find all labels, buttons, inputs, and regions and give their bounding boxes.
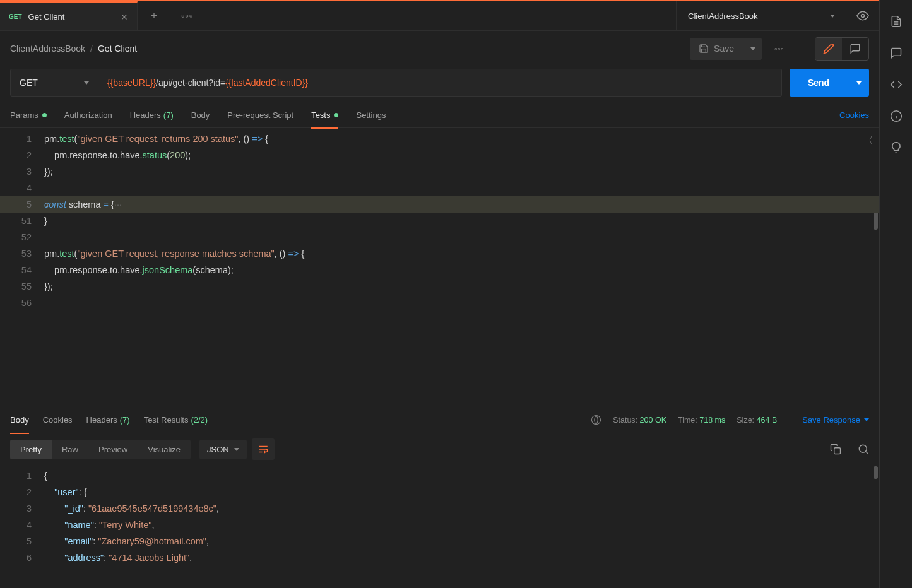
new-tab-button[interactable]: +: [138, 1, 170, 30]
editor-line[interactable]: 55});: [0, 278, 879, 295]
copy-icon[interactable]: [830, 444, 841, 455]
format-select[interactable]: JSON: [199, 440, 247, 459]
scrollbar-thumb[interactable]: [874, 466, 878, 479]
tab-more-icon[interactable]: ◦◦◦: [170, 1, 203, 30]
line-number: 55: [0, 278, 44, 295]
environment-quicklook-button[interactable]: [846, 1, 879, 30]
breadcrumb-collection[interactable]: ClientAddressBook: [10, 44, 85, 54]
tab-label: Get Client: [28, 12, 121, 21]
line-number: 54: [0, 262, 44, 278]
editor-line[interactable]: 56: [0, 295, 879, 311]
line-number: 4: [0, 517, 44, 533]
line-number: 52: [0, 229, 44, 245]
editor-line[interactable]: 52: [0, 229, 879, 245]
status-dot-icon: [334, 113, 338, 117]
url-row: GET {{baseURL}}/api/get-client?id={{last…: [0, 66, 879, 103]
lightbulb-icon[interactable]: [890, 141, 903, 154]
environment-select[interactable]: ClientAddressBook: [676, 1, 846, 30]
tab-tests[interactable]: Tests: [311, 103, 338, 128]
response-tabs: Body Cookies Headers(7) Test Results(2/2…: [0, 406, 879, 433]
editor-line[interactable]: 5 "email": "Zachary59@hotmail.com",: [0, 533, 879, 550]
svg-rect-5: [834, 448, 841, 454]
tests-editor[interactable]: 〈 1pm.test("given GET request, returns 2…: [0, 128, 879, 406]
editor-line[interactable]: ›5const schema = {···: [0, 196, 879, 213]
editor-line[interactable]: 1pm.test("given GET request, returns 200…: [0, 131, 879, 147]
view-visualize[interactable]: Visualize: [138, 440, 191, 459]
svg-point-0: [862, 15, 865, 18]
save-response-button[interactable]: Save Response: [802, 415, 869, 425]
chevron-down-icon: [84, 81, 89, 85]
view-mode-toggle: [815, 37, 869, 61]
line-number: 5: [0, 196, 44, 213]
line-number: 5: [0, 533, 44, 550]
editor-line[interactable]: 4 "name": "Terry White",: [0, 517, 879, 533]
editor-line[interactable]: 3 "_id": "61aae9545e547d5199434e8c",: [0, 500, 879, 517]
status-dot-icon: [42, 113, 47, 117]
view-preview[interactable]: Preview: [88, 440, 138, 459]
editor-line[interactable]: 2 pm.response.to.have.status(200);: [0, 147, 879, 163]
svg-line-7: [865, 451, 867, 453]
cookies-link[interactable]: Cookies: [839, 110, 869, 120]
search-icon[interactable]: [858, 444, 869, 455]
fold-arrow-icon[interactable]: ›: [45, 196, 49, 213]
line-number: 1: [0, 131, 44, 147]
line-number: 2: [0, 484, 44, 500]
tab-prerequest[interactable]: Pre-request Script: [227, 103, 293, 128]
line-number: 3: [0, 163, 44, 180]
tab-get-client[interactable]: GET Get Client ✕: [0, 1, 138, 30]
send-button[interactable]: Send: [790, 69, 848, 97]
close-icon[interactable]: ✕: [121, 12, 128, 22]
build-mode-button[interactable]: [815, 38, 842, 60]
editor-line[interactable]: 53pm.test("given GET request, response m…: [0, 245, 879, 262]
comments-icon[interactable]: [890, 47, 903, 59]
line-number: 1: [0, 467, 44, 484]
save-icon: [699, 44, 709, 54]
tab-settings[interactable]: Settings: [356, 103, 386, 128]
editor-line[interactable]: 51}: [0, 213, 879, 229]
url-input[interactable]: {{baseURL}}/api/get-client?id={{lastAdde…: [98, 69, 782, 97]
more-actions-button[interactable]: ◦◦◦: [768, 38, 790, 60]
editor-line[interactable]: 2 "user": {: [0, 484, 879, 500]
view-segment: Pretty Raw Preview Visualize: [10, 440, 191, 459]
code-icon[interactable]: [890, 78, 903, 91]
tab-authorization[interactable]: Authorization: [64, 103, 112, 128]
editor-line[interactable]: 4: [0, 180, 879, 196]
resp-tab-test-results[interactable]: Test Results(2/2): [144, 406, 208, 434]
tab-body[interactable]: Body: [191, 103, 210, 128]
globe-icon[interactable]: [591, 415, 601, 425]
save-dropdown-button[interactable]: [743, 38, 762, 60]
wrap-lines-button[interactable]: [252, 438, 275, 460]
eye-icon: [856, 9, 869, 22]
comment-mode-button[interactable]: [842, 38, 868, 60]
svg-point-6: [859, 445, 867, 452]
collapse-sidebar-icon[interactable]: 〈: [864, 132, 873, 148]
editor-line[interactable]: 54 pm.response.to.have.jsonSchema(schema…: [0, 262, 879, 278]
info-icon[interactable]: [890, 110, 903, 122]
request-tabs: Params Authorization Headers(7) Body Pre…: [0, 103, 879, 128]
line-number: 2: [0, 147, 44, 163]
save-button[interactable]: Save: [690, 38, 743, 60]
chevron-down-icon: [830, 15, 835, 18]
right-sidebar: [879, 0, 912, 588]
chevron-down-icon: [234, 448, 239, 451]
line-number: 4: [0, 180, 44, 196]
documentation-icon[interactable]: [890, 15, 903, 28]
editor-line[interactable]: 6 "address": "4714 Jacobs Light",: [0, 550, 879, 566]
resp-tab-headers[interactable]: Headers(7): [86, 406, 130, 434]
tab-headers[interactable]: Headers(7): [130, 103, 174, 128]
editor-line[interactable]: 1{: [0, 467, 879, 484]
line-number: 53: [0, 245, 44, 262]
line-number: 3: [0, 500, 44, 517]
line-number: 56: [0, 295, 44, 311]
tab-params[interactable]: Params: [10, 103, 47, 128]
view-raw[interactable]: Raw: [52, 440, 88, 459]
resp-tab-body[interactable]: Body: [10, 406, 29, 434]
resp-tab-cookies[interactable]: Cookies: [43, 406, 73, 434]
editor-line[interactable]: 3});: [0, 163, 879, 180]
tab-method-badge: GET: [9, 13, 22, 20]
send-dropdown-button[interactable]: [848, 69, 869, 97]
line-number: 6: [0, 550, 44, 566]
view-pretty[interactable]: Pretty: [10, 440, 52, 459]
http-method-select[interactable]: GET: [10, 69, 98, 97]
response-body-editor[interactable]: 1{2 "user": {3 "_id": "61aae9545e547d519…: [0, 465, 879, 566]
